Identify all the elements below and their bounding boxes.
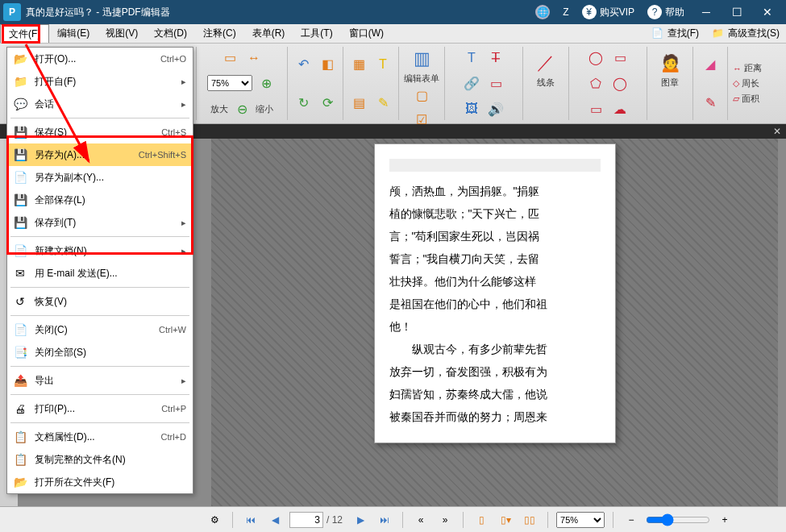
menu-item-icon: 📂 (12, 474, 28, 490)
menu-item[interactable]: 📑关闭全部(S) (7, 341, 193, 364)
menu-item[interactable]: 💾全部保存(L) (7, 189, 193, 211)
strikeout-icon[interactable]: T̶ (485, 48, 506, 69)
eraser-icon[interactable]: ◢ (700, 54, 721, 75)
menu-item[interactable]: 📄另存为副本(Y)... (7, 166, 193, 189)
zoom-in-status-icon[interactable]: + (715, 511, 734, 529)
last-page-icon[interactable]: ⏭ (375, 511, 394, 529)
buy-vip-button[interactable]: ¥购买VIP (582, 5, 634, 19)
highlight-text-icon[interactable]: T (372, 54, 393, 75)
statusbar: ⚙ ⏮ ◀ / 12 ▶ ⏭ « » ▯ ▯▾ ▯▯ 75% − + (0, 506, 786, 532)
zoom-out-status-icon[interactable]: − (622, 511, 641, 529)
close-document-icon[interactable]: ✕ (773, 126, 781, 137)
menu-separator (10, 366, 189, 367)
menu-item[interactable]: 💾另存为(A)...Ctrl+Shift+S (7, 143, 193, 166)
crop-icon[interactable]: ◧ (317, 54, 338, 75)
menu-window[interactable]: 窗口(W) (341, 24, 392, 43)
menu-edit[interactable]: 编辑(E) (49, 24, 98, 43)
pencil-icon[interactable]: ✎ (700, 92, 721, 113)
menu-item[interactable]: 📂打开(O)...Ctrl+O (7, 48, 193, 70)
next-page-icon[interactable]: ▶ (351, 511, 370, 529)
zoom-out-icon[interactable]: ⊖ (231, 98, 252, 119)
menu-file[interactable]: 文件(F) (0, 24, 49, 43)
group-text: ▦ T ▤ ✎ (343, 47, 399, 120)
pencil-edit-icon[interactable]: ✎ (372, 92, 393, 113)
page-input[interactable] (289, 512, 323, 528)
ellipse-icon[interactable]: ◯ (585, 48, 606, 69)
find-button[interactable]: 📄查找(F) (645, 24, 705, 43)
zoom-in-icon[interactable]: ⊕ (256, 73, 277, 94)
perimeter-icon[interactable]: ◇ (733, 78, 739, 89)
rect-icon[interactable]: ▭ (609, 48, 630, 69)
minimize-button[interactable]: ─ (691, 0, 722, 24)
menu-item-icon: 📋 (12, 451, 28, 468)
area-icon[interactable]: ▱ (733, 94, 739, 104)
advanced-find-button[interactable]: 📁高级查找(S) (705, 24, 786, 43)
menu-item[interactable]: 💾保存到(T)▸ (7, 211, 193, 234)
distance-label: 距离 (744, 62, 762, 74)
text-box2-icon[interactable]: ▭ (485, 73, 506, 94)
options-icon[interactable]: ⚙ (205, 511, 224, 529)
help-button[interactable]: ?帮助 (647, 5, 684, 19)
menu-item-label: 打印(P)... (35, 402, 155, 416)
menu-item[interactable]: 📁打开自(F)▸ (7, 70, 193, 93)
fit-page-icon[interactable]: ▭ (219, 48, 240, 69)
form-field-icon[interactable]: ▢ (411, 85, 432, 106)
nav-back-icon[interactable]: « (411, 511, 430, 529)
menu-item[interactable]: 📄新建文档(N)▸ (7, 239, 193, 262)
menu-item-shortcut: Ctrl+W (159, 325, 186, 335)
lines-button[interactable]: ／ 线条 (528, 47, 564, 92)
menu-item[interactable]: 💬会话▸ (7, 93, 193, 115)
rotate-left-icon[interactable]: ↶ (293, 54, 314, 75)
zoom-select[interactable]: 75% (207, 75, 252, 91)
link-icon[interactable]: 🔗 (461, 73, 482, 94)
ellipse2-icon[interactable]: ◯ (609, 73, 630, 94)
menu-item-label: 导出 (35, 374, 175, 388)
text-tool-icon[interactable]: T (461, 48, 482, 69)
prev-page-icon[interactable]: ◀ (265, 511, 285, 529)
edit-form-button[interactable]: ▥ 编辑表单 (404, 47, 439, 85)
rect2-icon[interactable]: ▭ (585, 98, 606, 119)
sound-icon[interactable]: 🔊 (485, 98, 506, 119)
menu-document[interactable]: 文档(D) (146, 24, 195, 43)
menu-item-label: 关闭(C) (35, 323, 152, 337)
menu-view[interactable]: 视图(V) (98, 24, 146, 43)
first-page-icon[interactable]: ⏮ (241, 511, 260, 529)
distance-icon[interactable]: ↔ (733, 64, 742, 73)
menu-comment[interactable]: 注释(C) (195, 24, 244, 43)
rotate-right-icon[interactable]: ↻ (293, 92, 314, 113)
group-rotate: ↶ ◧ ↻ ⟳ (288, 47, 343, 120)
menu-item[interactable]: ✉用 E-mail 发送(E)... (7, 262, 193, 285)
menu-tools[interactable]: 工具(T) (293, 24, 340, 43)
single-page-icon[interactable]: ▯ (472, 511, 491, 529)
close-button[interactable]: ✕ (752, 0, 783, 24)
menu-item-icon: 📤 (12, 372, 28, 389)
zoom-slider[interactable] (646, 513, 710, 526)
menu-item[interactable]: 📋文档属性(D)...Ctrl+D (7, 426, 193, 448)
menu-item[interactable]: 📂打开所在文件夹(F) (7, 471, 193, 493)
cloud-icon[interactable]: ☁ (609, 98, 630, 119)
image-icon[interactable]: 🖼 (461, 98, 482, 119)
menu-item[interactable]: 📋复制完整的文件名(N) (7, 448, 193, 471)
menu-item[interactable]: ↺恢复(V) (7, 290, 193, 313)
refresh-icon[interactable]: ⟳ (317, 92, 338, 113)
menu-item-icon: 💾 (12, 124, 28, 140)
text-box-icon[interactable]: ▦ (348, 54, 369, 75)
note-icon[interactable]: ▤ (348, 92, 369, 113)
document-area[interactable]: 颅，洒热血，为国捐躯。"捐躯 植的慷慨悲歌；"天下兴亡，匹 言；"苟利国家生死以… (211, 139, 778, 506)
stamp-button[interactable]: 🙍 图章 (652, 47, 688, 92)
globe-icon[interactable]: 🌐 (535, 5, 550, 19)
fit-width-icon[interactable]: ↔ (243, 48, 264, 69)
menu-item[interactable]: 📄关闭(C)Ctrl+W (7, 318, 193, 341)
menu-form[interactable]: 表单(R) (244, 24, 293, 43)
menu-item[interactable]: 💾保存(S)Ctrl+S (7, 121, 193, 143)
polygon-icon[interactable]: ⬠ (585, 73, 606, 94)
menu-item-shortcut: ▸ (181, 99, 186, 110)
menu-item[interactable]: 🖨打印(P)...Ctrl+P (7, 397, 193, 420)
nav-fwd-icon[interactable]: » (435, 511, 455, 529)
user-letter[interactable]: Z (563, 6, 568, 18)
facing-page-icon[interactable]: ▯▯ (520, 511, 539, 529)
menu-item[interactable]: 📤导出▸ (7, 369, 193, 392)
zoom-status-select[interactable]: 75% (556, 512, 605, 528)
maximize-button[interactable]: ☐ (722, 0, 752, 24)
continuous-page-icon[interactable]: ▯▾ (496, 511, 515, 529)
